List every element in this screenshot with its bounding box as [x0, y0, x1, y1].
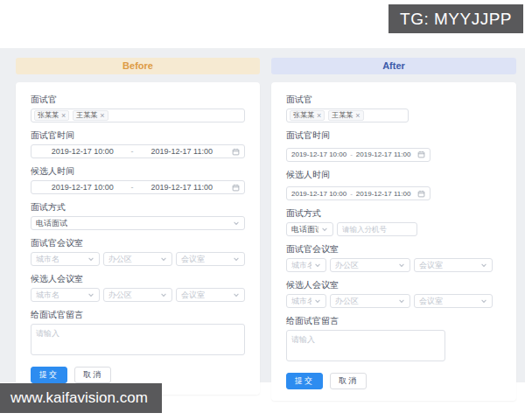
interviewer-room-area-select[interactable]: 办公区 — [330, 258, 410, 272]
interviewer-room-room-select[interactable]: 会议室 — [176, 252, 245, 266]
chevron-down-icon — [233, 220, 240, 227]
tag-label: 张某某 — [293, 110, 314, 121]
candidate-room-city-select[interactable]: 城市名 — [31, 288, 100, 302]
range-separator: - — [130, 183, 136, 192]
city-select-placeholder: 城市名 — [291, 296, 312, 307]
chevron-down-icon — [398, 262, 405, 269]
before-card: 面试官 张某某 × 王某某 × 面试官时间 2019-12-17 10:00 -… — [16, 82, 260, 395]
method-select-value: 电话面试 — [36, 218, 67, 229]
candidate-time-label: 候选人时间 — [286, 170, 501, 180]
city-select-placeholder: 城市名 — [291, 260, 312, 271]
method-label: 面试方式 — [31, 202, 245, 213]
field-candidate-time: 候选人时间 2019-12-17 10:00 - 2019-12-17 11:0… — [31, 166, 245, 194]
tag-label: 王某某 — [332, 110, 353, 121]
method-select[interactable]: 电话面试 — [31, 216, 245, 230]
interviewer-room-city-select[interactable]: 城市名 — [31, 252, 100, 266]
range-end: 2019-12-17 11:00 — [356, 190, 411, 198]
chevron-down-icon — [314, 262, 321, 269]
room-select-placeholder: 会议室 — [419, 296, 443, 307]
before-title: Before — [122, 60, 153, 71]
field-interviewer-time: 面试官时间 2019-12-17 10:00 - 2019-12-17 11:0… — [286, 130, 501, 162]
extension-number-input[interactable] — [337, 222, 417, 236]
range-end: 2019-12-17 11:00 — [136, 183, 229, 192]
chevron-down-icon — [398, 298, 405, 304]
field-method: 面试方式 电话面试 — [286, 208, 501, 236]
calendar-icon — [232, 184, 240, 192]
tag-label: 王某某 — [76, 110, 97, 121]
interviewer-label: 面试官 — [286, 94, 501, 105]
interviewer-room-label: 面试官会议室 — [286, 244, 501, 255]
interviewer-room-area-select[interactable]: 办公区 — [103, 252, 172, 266]
room-select-placeholder: 会议室 — [181, 254, 205, 265]
city-select-placeholder: 城市名 — [36, 290, 60, 301]
range-start: 2019-12-17 10:00 — [291, 190, 346, 198]
range-end: 2019-12-17 11:00 — [136, 147, 229, 156]
chevron-down-icon — [88, 291, 94, 298]
chevron-down-icon — [233, 256, 240, 262]
candidate-room-room-select[interactable]: 会议室 — [414, 294, 493, 308]
after-title: After — [382, 60, 405, 71]
candidate-room-area-select[interactable]: 办公区 — [103, 288, 172, 302]
field-message: 给面试官留言 — [286, 316, 501, 361]
interviewer-room-room-select[interactable]: 会议室 — [414, 258, 493, 272]
tag-label: 张某某 — [38, 110, 59, 121]
interviewer-tag: 张某某 × — [34, 110, 69, 121]
range-start: 2019-12-17 10:00 — [291, 150, 346, 158]
after-header: After — [271, 58, 516, 74]
room-select-placeholder: 会议室 — [181, 290, 205, 301]
calendar-icon — [232, 148, 240, 156]
interviewer-tag-input[interactable]: 张某某 × 王某某 × — [31, 108, 245, 122]
after-card: 面试官 张某某 × 王某某 × 面试官时间 2019-12-17 10:00 -… — [271, 82, 516, 401]
remove-tag-icon[interactable]: × — [317, 110, 321, 121]
area-select-placeholder: 办公区 — [108, 290, 132, 301]
chevron-down-icon — [480, 298, 487, 304]
submit-button[interactable]: 提交 — [286, 373, 323, 389]
tg-watermark-badge: TG: MYYJJPP — [388, 4, 523, 33]
field-method: 面试方式 电话面试 — [31, 202, 245, 230]
field-interviewer-time: 面试官时间 2019-12-17 10:00 - 2019-12-17 11:0… — [31, 130, 245, 158]
method-select-value: 电话面试 — [291, 224, 318, 235]
candidate-time-range-picker[interactable]: 2019-12-17 10:00 - 2019-12-17 11:00 — [31, 180, 245, 194]
candidate-room-room-select[interactable]: 会议室 — [176, 288, 245, 302]
area-select-placeholder: 办公区 — [335, 260, 359, 271]
range-separator: - — [350, 150, 353, 158]
field-candidate-room: 候选人会议室 城市名 办公区 会议室 — [286, 280, 501, 308]
interviewer-tag: 王某某 × — [328, 110, 363, 121]
interviewer-time-label: 面试官时间 — [31, 130, 245, 141]
remove-tag-icon[interactable]: × — [355, 110, 360, 121]
field-interviewer-room: 面试官会议室 城市名 办公区 会议室 — [31, 238, 245, 266]
message-label: 给面试官留言 — [31, 310, 245, 320]
before-panel: Before 面试官 张某某 × 王某某 × 面试官时间 2019-12-17 … — [16, 58, 260, 395]
candidate-time-range-picker[interactable]: 2019-12-17 10:00 - 2019-12-17 11:00 — [286, 186, 430, 200]
candidate-room-city-select[interactable]: 城市名 — [286, 294, 326, 308]
chevron-down-icon — [88, 256, 94, 262]
chevron-down-icon — [160, 291, 167, 298]
remove-tag-icon[interactable]: × — [61, 110, 66, 121]
interviewer-room-city-select[interactable]: 城市名 — [286, 258, 326, 272]
method-select[interactable]: 电话面试 — [286, 222, 333, 236]
candidate-time-label: 候选人时间 — [31, 166, 245, 177]
candidate-room-area-select[interactable]: 办公区 — [330, 294, 410, 308]
method-label: 面试方式 — [286, 208, 501, 219]
chevron-down-icon — [160, 256, 167, 262]
interviewer-tag: 张某某 × — [290, 110, 325, 121]
after-panel: After 面试官 张某某 × 王某某 × 面试官时间 2019-12-17 1… — [271, 58, 516, 401]
interviewer-label: 面试官 — [31, 94, 245, 105]
submit-button[interactable]: 提交 — [31, 367, 67, 383]
button-row: 提交 取消 — [31, 367, 245, 383]
site-watermark-badge: www.kaifavision.com — [0, 383, 162, 413]
chevron-down-icon — [321, 226, 328, 233]
city-select-placeholder: 城市名 — [36, 254, 60, 265]
candidate-room-label: 候选人会议室 — [286, 280, 501, 290]
message-label: 给面试官留言 — [286, 316, 501, 326]
interviewer-time-range-picker[interactable]: 2019-12-17 10:00 - 2019-12-17 11:00 — [286, 148, 430, 162]
field-interviewer: 面试官 张某某 × 王某某 × — [31, 94, 245, 122]
interviewer-time-range-picker[interactable]: 2019-12-17 10:00 - 2019-12-17 11:00 — [31, 144, 245, 158]
message-textarea[interactable] — [286, 330, 445, 361]
interviewer-tag-input[interactable]: 张某某 × 王某某 × — [286, 108, 409, 122]
cancel-button[interactable]: 取消 — [74, 367, 111, 383]
cancel-button[interactable]: 取消 — [330, 373, 367, 389]
message-textarea[interactable] — [31, 324, 245, 355]
remove-tag-icon[interactable]: × — [100, 110, 104, 121]
interviewer-tag: 王某某 × — [73, 110, 108, 121]
